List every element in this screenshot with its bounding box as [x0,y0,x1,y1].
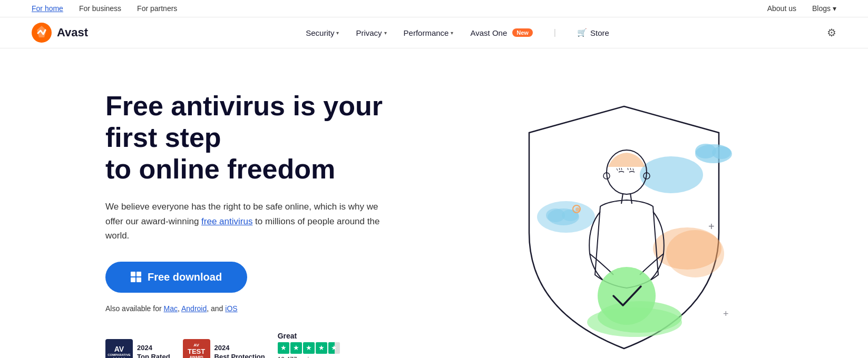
av-badge-image: AV COMPARATIVE★★★★★ [105,339,133,358]
award-badge-label-text: Best Protection [214,353,265,358]
nav-security[interactable]: Security ▾ [306,28,339,37]
svg-point-10 [562,210,579,221]
security-label: Security [306,28,334,37]
comma-space: , [178,304,181,313]
for-partners-link[interactable]: For partners [137,4,177,13]
star-3-icon: ★ [303,342,315,354]
svg-line-23 [630,193,632,204]
award-badge-image: AV TEST AWARDANTIVIRUS [183,339,210,358]
hero-section: Free antivirus is your first step to onl… [0,48,868,358]
av-award-badge: AV TEST AWARDANTIVIRUS 2024 Best Protect… [183,339,265,358]
avast-one-label: Avast One [470,28,507,37]
nav-privacy[interactable]: Privacy ▾ [356,28,386,37]
hero-subtitle: We believe everyone has the right to be … [105,200,390,243]
mac-link[interactable]: Mac [164,304,178,313]
svg-line-16 [621,168,622,170]
and-text: , and [207,304,225,313]
store-label: Store [590,28,609,37]
star-1-icon: ★ [278,342,289,354]
star-2-icon: ★ [290,342,302,354]
av-badge-text: 2024 Top Rated [137,344,170,358]
trustpilot-reviews: 19,477 reviews on [278,356,340,358]
svg-text:+: + [723,309,729,319]
trustpilot-badge: Great ★ ★ ★ ★ ★ 19,477 reviews on ★ Trus… [278,332,340,358]
nav-divider: | [554,28,556,37]
ios-link[interactable]: iOS [225,304,237,313]
nav-links: Security ▾ Privacy ▾ Performance ▾ Avast… [306,28,609,37]
av-badge-top: AV [114,345,124,353]
svg-line-18 [630,168,631,170]
settings-gear-icon[interactable]: ⚙ [827,26,836,39]
main-nav: Avast Security ▾ Privacy ▾ Performance ▾… [0,17,868,48]
download-button-label: Free download [148,271,222,283]
hero-content: Free antivirus is your first step to onl… [105,80,411,358]
top-bar: For home For business For partners About… [0,0,868,17]
nav-avast-one[interactable]: Avast One New [470,28,532,37]
svg-point-11 [666,230,724,277]
av-comparative-badge: AV COMPARATIVE★★★★★ 2024 Top Rated [105,339,170,358]
free-download-button[interactable]: Free download [105,262,247,293]
hero-illustration: + + [411,80,836,358]
about-us-link[interactable]: About us [767,4,796,13]
avast-logo-icon [32,23,52,43]
badges-row: AV COMPARATIVE★★★★★ 2024 Top Rated AV TE… [105,332,411,358]
award-badge-top: AV [193,343,199,347]
nav-performance[interactable]: Performance ▾ [404,28,454,37]
award-badge-mid: TEST [188,347,205,355]
svg-line-22 [621,193,623,204]
star-4-icon: ★ [316,342,327,354]
blogs-chevron-icon: ▾ [833,4,836,13]
av-badge-year: 2024 [137,344,170,353]
top-bar-left: For home For business For partners [32,4,177,13]
av-badge-label: COMPARATIVE★★★★★ [108,353,130,358]
performance-label: Performance [404,28,449,37]
star-5-icon: ★ [328,342,340,354]
performance-chevron-icon: ▾ [451,30,453,36]
nav-right: ⚙ [827,26,836,39]
svg-text:+: + [708,221,715,232]
svg-line-14 [617,168,618,171]
also-available-prefix: Also available for [105,304,164,313]
free-antivirus-link[interactable]: free antivirus [201,216,252,226]
privacy-chevron-icon: ▾ [384,30,387,36]
top-bar-right: About us Blogs ▾ [767,4,836,13]
privacy-label: Privacy [356,28,382,37]
award-badge-bot: AWARDANTIVIRUS [187,355,207,358]
for-home-link[interactable]: For home [32,4,63,13]
svg-point-24 [598,267,656,325]
svg-point-7 [712,146,731,159]
av-badge-label-text: Top Rated [137,353,170,358]
for-business-link[interactable]: For business [79,4,121,13]
security-chevron-icon: ▾ [336,30,339,36]
blogs-dropdown[interactable]: Blogs ▾ [812,4,836,13]
trustpilot-stars: ★ ★ ★ ★ ★ [278,342,340,354]
svg-line-17 [628,168,628,170]
new-badge: New [512,28,533,37]
windows-icon [131,272,141,282]
hero-title: Free antivirus is your first step to onl… [105,91,411,185]
cart-icon: 🛒 [577,28,587,37]
hero-title-line2: to online freedom [105,154,335,184]
award-badge-year: 2024 [214,344,265,353]
android-link[interactable]: Android [181,304,207,313]
award-badge-text: 2024 Best Protection [214,344,265,358]
nav-store[interactable]: 🛒 Store [577,28,609,37]
svg-point-28 [576,207,580,212]
logo[interactable]: Avast [32,23,88,43]
svg-line-19 [633,168,633,171]
blogs-label: Blogs [812,4,831,13]
svg-line-15 [619,168,620,170]
logo-text: Avast [57,26,88,39]
hero-svg-illustration: + + [487,91,761,358]
also-available-text: Also available for Mac, Android, and iOS [105,304,411,313]
trustpilot-great: Great [278,332,340,340]
hero-title-line1: Free antivirus is your first step [105,91,383,153]
